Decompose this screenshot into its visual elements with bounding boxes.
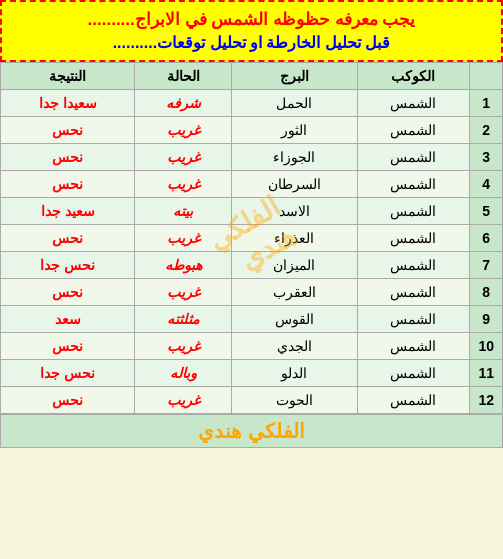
cell-status: شرفه bbox=[135, 90, 232, 117]
cell-num: 6 bbox=[470, 225, 503, 252]
cell-status: بيته bbox=[135, 198, 232, 225]
cell-num: 10 bbox=[470, 333, 503, 360]
header-section: يجب معرفه حظوظه الشمس في الابراج........… bbox=[0, 0, 503, 62]
table-row: 10الشمسالجديغريبنحس bbox=[1, 333, 503, 360]
cell-result: نحس bbox=[1, 333, 135, 360]
cell-status: هبوطه bbox=[135, 252, 232, 279]
cell-planet: الشمس bbox=[357, 144, 470, 171]
header-line2: قبل تحليل الخارطة او تحليل توقعات.......… bbox=[12, 32, 491, 54]
col-header-status: الحالة bbox=[135, 63, 232, 90]
cell-num: 12 bbox=[470, 387, 503, 414]
cell-result: نحس bbox=[1, 144, 135, 171]
table-row: 5الشمسالاسدبيتهسعيد جدا bbox=[1, 198, 503, 225]
header-line1: يجب معرفه حظوظه الشمس في الابراج........… bbox=[12, 8, 491, 32]
cell-status: غريب bbox=[135, 144, 232, 171]
cell-planet: الشمس bbox=[357, 360, 470, 387]
cell-planet: الشمس bbox=[357, 279, 470, 306]
table-container: الفلكيهندي الكوكب البرج الحالة النتيجة 1… bbox=[0, 62, 503, 414]
cell-result: سعيد جدا bbox=[1, 198, 135, 225]
cell-sign: الثور bbox=[232, 117, 357, 144]
footer-watermark: الفلكي هندي bbox=[0, 414, 503, 448]
cell-result: نحس bbox=[1, 171, 135, 198]
cell-num: 8 bbox=[470, 279, 503, 306]
cell-status: غريب bbox=[135, 333, 232, 360]
cell-sign: الاسد bbox=[232, 198, 357, 225]
cell-num: 2 bbox=[470, 117, 503, 144]
cell-planet: الشمس bbox=[357, 90, 470, 117]
cell-status: غريب bbox=[135, 279, 232, 306]
cell-planet: الشمس bbox=[357, 171, 470, 198]
table-row: 8الشمسالعقربغريبنحس bbox=[1, 279, 503, 306]
table-row: 9الشمسالقوسمثلثتهسعد bbox=[1, 306, 503, 333]
cell-result: نحس bbox=[1, 117, 135, 144]
col-header-result: النتيجة bbox=[1, 63, 135, 90]
cell-num: 7 bbox=[470, 252, 503, 279]
cell-num: 11 bbox=[470, 360, 503, 387]
cell-num: 9 bbox=[470, 306, 503, 333]
col-header-sign: البرج bbox=[232, 63, 357, 90]
cell-planet: الشمس bbox=[357, 117, 470, 144]
cell-status: غريب bbox=[135, 171, 232, 198]
cell-status: غريب bbox=[135, 387, 232, 414]
cell-sign: الميزان bbox=[232, 252, 357, 279]
cell-planet: الشمس bbox=[357, 225, 470, 252]
cell-planet: الشمس bbox=[357, 387, 470, 414]
cell-sign: الجوزاء bbox=[232, 144, 357, 171]
cell-result: سعد bbox=[1, 306, 135, 333]
cell-result: نحس جدا bbox=[1, 360, 135, 387]
table-row: 7الشمسالميزانهبوطهنحس جدا bbox=[1, 252, 503, 279]
table-row: 1الشمسالحملشرفهسعيدا جدا bbox=[1, 90, 503, 117]
table-row: 4الشمسالسرطانغريبنحس bbox=[1, 171, 503, 198]
cell-planet: الشمس bbox=[357, 252, 470, 279]
cell-planet: الشمس bbox=[357, 333, 470, 360]
cell-num: 5 bbox=[470, 198, 503, 225]
cell-sign: الدلو bbox=[232, 360, 357, 387]
cell-result: سعيدا جدا bbox=[1, 90, 135, 117]
table-row: 2الشمسالثورغريبنحس bbox=[1, 117, 503, 144]
cell-planet: الشمس bbox=[357, 306, 470, 333]
cell-num: 3 bbox=[470, 144, 503, 171]
cell-num: 1 bbox=[470, 90, 503, 117]
cell-sign: الجدي bbox=[232, 333, 357, 360]
cell-sign: الحمل bbox=[232, 90, 357, 117]
cell-sign: العقرب bbox=[232, 279, 357, 306]
col-header-num bbox=[470, 63, 503, 90]
cell-status: غريب bbox=[135, 225, 232, 252]
table-header-row: الكوكب البرج الحالة النتيجة bbox=[1, 63, 503, 90]
cell-planet: الشمس bbox=[357, 198, 470, 225]
cell-sign: القوس bbox=[232, 306, 357, 333]
cell-result: نحس جدا bbox=[1, 252, 135, 279]
data-table: الكوكب البرج الحالة النتيجة 1الشمسالحملش… bbox=[0, 62, 503, 414]
cell-sign: العذراء bbox=[232, 225, 357, 252]
cell-result: نحس bbox=[1, 279, 135, 306]
table-row: 6الشمسالعذراءغريبنحس bbox=[1, 225, 503, 252]
cell-sign: الحوت bbox=[232, 387, 357, 414]
cell-num: 4 bbox=[470, 171, 503, 198]
cell-result: نحس bbox=[1, 225, 135, 252]
col-header-planet: الكوكب bbox=[357, 63, 470, 90]
table-row: 3الشمسالجوزاءغريبنحس bbox=[1, 144, 503, 171]
table-row: 12الشمسالحوتغريبنحس bbox=[1, 387, 503, 414]
cell-result: نحس bbox=[1, 387, 135, 414]
cell-status: وباله bbox=[135, 360, 232, 387]
table-row: 11الشمسالدلووبالهنحس جدا bbox=[1, 360, 503, 387]
cell-status: غريب bbox=[135, 117, 232, 144]
cell-sign: السرطان bbox=[232, 171, 357, 198]
cell-status: مثلثته bbox=[135, 306, 232, 333]
